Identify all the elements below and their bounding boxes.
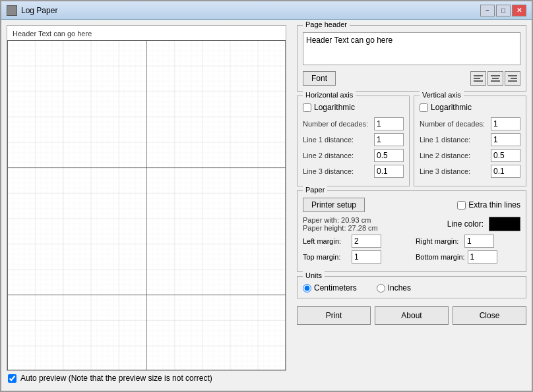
- close-window-button[interactable]: ✕: [512, 5, 526, 16]
- minimize-button[interactable]: −: [480, 5, 495, 16]
- inches-row: Inches: [377, 283, 411, 293]
- right-margin-input[interactable]: [464, 235, 494, 248]
- h-logarithmic-checkbox[interactable]: [303, 103, 311, 112]
- about-button[interactable]: About: [375, 306, 449, 325]
- printer-setup-button[interactable]: Printer setup: [303, 198, 365, 212]
- align-right-icon: [508, 74, 517, 82]
- centimeters-row: Centimeters: [303, 283, 357, 293]
- auto-preview-checkbox[interactable]: [8, 374, 16, 383]
- bottom-margin-input[interactable]: [468, 250, 497, 264]
- font-button[interactable]: Font: [303, 71, 336, 86]
- horizontal-axis-box: Horizontal axis Logarithmic Number of de…: [297, 96, 410, 186]
- title-buttons: − □ ✕: [480, 5, 526, 16]
- vertical-axis-box: Vertical axis Logarithmic Number of deca…: [414, 96, 526, 186]
- v-line1-row: Line 1 distance:: [420, 133, 520, 146]
- paper-dimensions: Paper with: 20.93 cm Paper height: 27.28…: [303, 216, 378, 232]
- main-content: Header Text can go here // We'll draw th…: [1, 20, 532, 391]
- h-logarithmic-label: Logarithmic: [314, 103, 355, 112]
- auto-preview-label: Auto preview (Note that the preview size…: [20, 374, 212, 383]
- v-line2-input[interactable]: [491, 149, 520, 162]
- vertical-axis-label: Vertical axis: [420, 91, 464, 99]
- main-window: Log Paper − □ ✕ Header Text can go here …: [0, 0, 533, 392]
- line-color-label: Line color:: [447, 219, 484, 229]
- v-decades-input[interactable]: [491, 117, 520, 130]
- title-bar: Log Paper − □ ✕: [1, 1, 532, 20]
- v-line1-label: Line 1 distance:: [420, 136, 470, 144]
- h-line2-label: Line 2 distance:: [303, 152, 354, 159]
- h-line1-row: Line 1 distance:: [303, 133, 404, 146]
- paper-top-row: Printer setup Extra thin lines: [303, 198, 520, 212]
- align-center-button[interactable]: [487, 71, 503, 86]
- extra-thin-checkbox[interactable]: [457, 201, 466, 210]
- settings-panel: Page header Font: [292, 20, 532, 391]
- extra-thin-label: Extra thin lines: [468, 200, 520, 210]
- h-line3-row: Line 3 distance:: [303, 165, 404, 178]
- line-color-swatch[interactable]: [489, 217, 520, 231]
- left-margin-input[interactable]: [352, 235, 381, 248]
- app-icon: [7, 5, 17, 16]
- v-line3-label: Line 3 distance:: [420, 167, 470, 175]
- units-section: Units Centimeters Inches: [297, 276, 526, 298]
- h-line1-label: Line 1 distance:: [303, 136, 354, 144]
- preview-panel: Header Text can go here // We'll draw th…: [1, 20, 292, 391]
- h-decades-label: Number of decades:: [303, 120, 368, 128]
- h-line3-input[interactable]: [374, 165, 404, 178]
- v-line2-label: Line 2 distance:: [420, 152, 470, 159]
- graph-grid: // We'll draw these via inline elements: [7, 40, 286, 370]
- svg-rect-2: [7, 40, 286, 370]
- preview-header-text: Header Text can go here: [13, 30, 92, 38]
- v-decades-row: Number of decades:: [420, 117, 520, 130]
- v-logarithmic-row: Logarithmic: [420, 103, 520, 112]
- align-left-button[interactable]: [470, 71, 486, 86]
- title-bar-left: Log Paper: [7, 5, 57, 16]
- margin-row-1: Left margin: Right margin:: [303, 235, 520, 248]
- page-header-section: Page header Font: [297, 25, 526, 92]
- right-margin-field: Right margin:: [416, 235, 520, 248]
- h-line2-row: Line 2 distance:: [303, 149, 404, 162]
- close-button[interactable]: Close: [453, 306, 526, 325]
- h-decades-row: Number of decades:: [303, 117, 404, 130]
- inches-label: Inches: [388, 283, 411, 293]
- paper-width-text: Paper with: 20.93 cm: [303, 216, 378, 224]
- v-decades-label: Number of decades:: [420, 120, 485, 128]
- left-margin-field: Left margin:: [303, 235, 408, 248]
- units-label: Units: [303, 271, 325, 279]
- paper-info-row: Paper with: 20.93 cm Paper height: 27.28…: [303, 216, 520, 232]
- h-line2-input[interactable]: [374, 149, 404, 162]
- horizontal-axis-label: Horizontal axis: [303, 91, 356, 99]
- v-logarithmic-checkbox[interactable]: [420, 103, 428, 112]
- top-margin-field: Top margin:: [303, 250, 408, 264]
- inches-radio[interactable]: [377, 284, 385, 293]
- v-line3-input[interactable]: [491, 165, 520, 178]
- h-line1-input[interactable]: [374, 133, 404, 146]
- right-margin-label: Right margin:: [416, 237, 462, 245]
- page-header-label: Page header: [303, 20, 350, 28]
- font-row: Font: [303, 71, 520, 86]
- print-button[interactable]: Print: [297, 306, 371, 325]
- header-textarea[interactable]: [303, 32, 520, 65]
- h-line3-label: Line 3 distance:: [303, 167, 354, 175]
- line-color-row: Line color:: [447, 217, 520, 231]
- align-right-button[interactable]: [505, 71, 520, 86]
- v-line1-input[interactable]: [491, 133, 520, 146]
- auto-preview-bar: Auto preview (Note that the preview size…: [7, 371, 286, 385]
- align-center-icon: [491, 74, 500, 82]
- graph-preview: Header Text can go here // We'll draw th…: [7, 25, 286, 371]
- h-logarithmic-row: Logarithmic: [303, 103, 404, 112]
- window-title: Log Paper: [21, 6, 57, 15]
- h-decades-input[interactable]: [374, 117, 404, 130]
- paper-height-text: Paper height: 27.28 cm: [303, 224, 378, 232]
- centimeters-radio[interactable]: [303, 284, 311, 293]
- axis-row: Horizontal axis Logarithmic Number of de…: [297, 96, 526, 186]
- top-margin-label: Top margin:: [303, 253, 349, 261]
- top-margin-input[interactable]: [352, 250, 381, 264]
- units-content: Centimeters Inches: [303, 283, 520, 293]
- left-margin-label: Left margin:: [303, 237, 349, 245]
- bottom-margin-field: Bottom margin:: [416, 250, 520, 264]
- horizontal-axis-content: Logarithmic Number of decades: Line 1 di…: [303, 103, 404, 178]
- centimeters-label: Centimeters: [314, 283, 357, 293]
- maximize-button[interactable]: □: [496, 5, 511, 16]
- align-buttons: [470, 71, 520, 86]
- v-line3-row: Line 3 distance:: [420, 165, 520, 178]
- paper-section: Paper Printer setup Extra thin lines Pap…: [297, 190, 526, 272]
